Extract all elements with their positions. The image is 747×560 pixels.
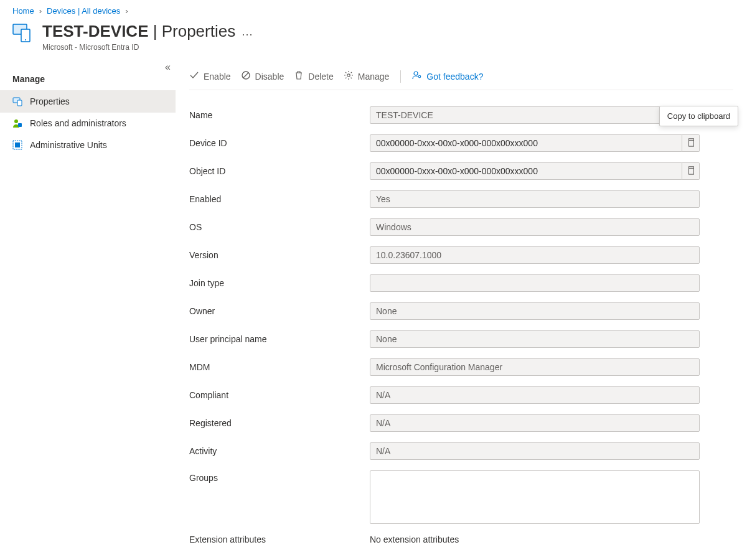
- device-icon: [12, 22, 34, 43]
- field-device-id: [370, 134, 700, 152]
- chevron-right-icon: ›: [39, 6, 42, 16]
- toolbar-separator: [400, 70, 401, 83]
- toolbar-label: Disable: [255, 72, 284, 82]
- sidebar-item-label: Administrative Units: [30, 140, 107, 150]
- svg-rect-13: [688, 168, 693, 174]
- monitor-icon: [12, 96, 22, 106]
- field-registered: [370, 414, 700, 432]
- value-extension: No extension attributes: [370, 534, 733, 544]
- sidebar: « Manage Properties Roles and administra…: [0, 63, 176, 557]
- field-upn: [370, 330, 700, 348]
- value-version[interactable]: [370, 246, 700, 264]
- sidebar-section-manage: Manage: [0, 63, 176, 91]
- block-icon: [241, 70, 251, 82]
- page-header: TEST-DEVICE | Properties ⋯ Microsoft - M…: [0, 19, 747, 63]
- label-owner: Owner: [189, 306, 370, 316]
- value-name[interactable]: [370, 106, 700, 124]
- copy-object-id-button[interactable]: [682, 162, 700, 180]
- value-mdm[interactable]: [370, 358, 700, 376]
- svg-point-11: [414, 72, 418, 75]
- label-enabled: Enabled: [189, 194, 370, 204]
- label-extension: Extension attributes: [189, 534, 370, 544]
- value-owner[interactable]: [370, 302, 700, 320]
- main-panel: Enable Disable Delete Manage: [176, 63, 747, 557]
- value-device-id[interactable]: [370, 134, 682, 152]
- svg-point-2: [25, 39, 26, 40]
- manage-button[interactable]: Manage: [344, 70, 390, 82]
- value-enabled[interactable]: [370, 190, 700, 208]
- user-role-icon: [12, 118, 22, 128]
- field-mdm: [370, 358, 700, 376]
- field-activity: [370, 442, 700, 460]
- breadcrumb-home[interactable]: Home: [12, 6, 34, 16]
- label-compliant: Compliant: [189, 390, 370, 400]
- svg-point-5: [14, 119, 18, 123]
- value-activity[interactable]: [370, 442, 700, 460]
- admin-units-icon: [12, 140, 22, 150]
- label-name: Name: [189, 110, 370, 120]
- value-upn[interactable]: [370, 330, 700, 348]
- page-section: Properties: [162, 22, 236, 40]
- field-enabled: [370, 190, 700, 208]
- svg-point-10: [347, 74, 350, 77]
- trash-icon: [294, 70, 304, 82]
- value-groups[interactable]: [370, 470, 700, 524]
- sidebar-item-label: Properties: [30, 96, 70, 106]
- copy-icon: [687, 166, 695, 177]
- page-title: TEST-DEVICE | Properties: [42, 22, 235, 41]
- field-join-type: [370, 274, 700, 292]
- label-upn: User principal name: [189, 334, 370, 344]
- properties-form: Name Device ID Object ID Enabled: [189, 90, 733, 544]
- collapse-sidebar-button[interactable]: «: [165, 62, 171, 73]
- device-name: TEST-DEVICE: [42, 22, 148, 40]
- chevron-right-icon: ›: [125, 6, 128, 16]
- label-device-id: Device ID: [189, 138, 370, 148]
- copy-icon: [687, 138, 695, 149]
- feedback-button[interactable]: Got feedback?: [412, 70, 483, 82]
- value-registered[interactable]: [370, 414, 700, 432]
- toolbar-label: Got feedback?: [426, 72, 483, 82]
- label-os: OS: [189, 222, 370, 232]
- value-join-type[interactable]: [370, 274, 700, 292]
- copy-device-id-button[interactable]: [682, 134, 700, 152]
- field-version: [370, 246, 700, 264]
- field-owner: [370, 302, 700, 320]
- sidebar-item-label: Roles and administrators: [30, 118, 126, 128]
- label-registered: Registered: [189, 418, 370, 428]
- sidebar-item-admin-units[interactable]: Administrative Units: [0, 134, 176, 156]
- breadcrumb-devices[interactable]: Devices | All devices: [47, 6, 120, 16]
- label-join-type: Join type: [189, 278, 370, 288]
- label-object-id: Object ID: [189, 166, 370, 176]
- disable-button[interactable]: Disable: [241, 70, 284, 82]
- value-os[interactable]: [370, 218, 700, 236]
- sidebar-item-properties[interactable]: Properties: [0, 91, 176, 113]
- svg-rect-12: [688, 140, 693, 146]
- header-subtitle: Microsoft - Microsoft Entra ID: [42, 43, 253, 52]
- field-os: [370, 218, 700, 236]
- enable-button[interactable]: Enable: [189, 70, 231, 82]
- label-groups: Groups: [189, 470, 370, 483]
- toolbar-label: Enable: [204, 72, 231, 82]
- checkmark-icon: [189, 70, 199, 82]
- svg-rect-4: [17, 100, 22, 106]
- field-compliant: [370, 386, 700, 404]
- svg-rect-6: [18, 123, 22, 127]
- sidebar-item-roles[interactable]: Roles and administrators: [0, 113, 176, 134]
- label-version: Version: [189, 250, 370, 260]
- value-object-id[interactable]: [370, 162, 682, 180]
- label-activity: Activity: [189, 446, 370, 456]
- toolbar-label: Manage: [358, 72, 390, 82]
- label-mdm: MDM: [189, 362, 370, 372]
- field-name: [370, 106, 700, 124]
- svg-rect-8: [15, 142, 20, 147]
- delete-button[interactable]: Delete: [294, 70, 333, 82]
- breadcrumb: Home › Devices | All devices ›: [0, 0, 747, 19]
- value-compliant[interactable]: [370, 386, 700, 404]
- more-actions-button[interactable]: ⋯: [242, 22, 253, 41]
- copy-tooltip: Copy to clipboard: [659, 106, 738, 126]
- field-object-id: [370, 162, 700, 180]
- toolbar: Enable Disable Delete Manage: [189, 63, 733, 90]
- toolbar-label: Delete: [308, 72, 333, 82]
- feedback-icon: [412, 70, 422, 82]
- gear-icon: [344, 70, 354, 82]
